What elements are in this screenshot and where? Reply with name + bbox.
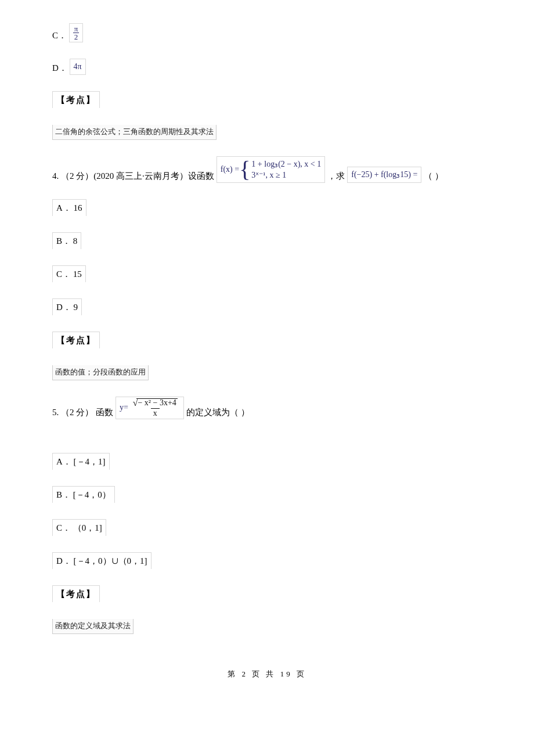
- q3-option-c-fraction: π 2: [73, 25, 80, 41]
- q3-kaodian-tag: 二倍角的余弦公式；三角函数的周期性及其求法: [52, 125, 217, 140]
- q5-kaodian-label: 【考点】: [52, 585, 100, 602]
- q5-prefix: 5. （2 分） 函数: [52, 405, 113, 419]
- page-footer: 第 2 页 共 19 页: [52, 669, 482, 679]
- q5-kaodian-tag-row: 函数的定义域及其求法: [52, 618, 482, 634]
- q5-option-d: D． [－4，0）∪（0，1]: [52, 552, 151, 569]
- q3-c-frac-num: π: [73, 25, 80, 33]
- q4-tail: （ ）: [424, 169, 443, 183]
- q3-option-d-box: 4π: [70, 59, 86, 75]
- q4-expr-box: f(−25) + f(log₃15) =: [347, 167, 421, 183]
- q5-kaodian-tag: 函数的定义域及其求法: [52, 619, 134, 634]
- q5-option-b-row: B． [－4，0）: [52, 486, 482, 503]
- spacer: [52, 435, 482, 453]
- q4-case1: 1 + log₃(2 − x), x < 1: [251, 159, 321, 170]
- q4-mid: ，求: [327, 169, 345, 183]
- left-brace-icon: {: [239, 158, 250, 181]
- q5-sqrt: √ − x² − 3x+4: [133, 398, 178, 408]
- q4-piecewise: f(x) = { 1 + log₃(2 − x), x < 1 3ˣ⁻¹, x …: [221, 158, 322, 181]
- q4-option-a: A． 16: [52, 199, 86, 216]
- page-content: C． π 2 D． 4π 【考点】 二倍角的余弦公式；三角函数的周期性及其求法 …: [0, 0, 534, 697]
- q3-kaodian-tag-row: 二倍角的余弦公式；三角函数的周期性及其求法: [52, 124, 482, 140]
- q5-option-b: B． [－4，0）: [52, 486, 115, 503]
- q4-option-d: D． 9: [52, 298, 82, 315]
- q5-radicand: − x² − 3x+4: [136, 398, 177, 407]
- q4-option-b-row: B． 8: [52, 232, 482, 249]
- q3-option-c-label: C．: [52, 31, 67, 40]
- q4-kaodian-label: 【考点】: [52, 332, 100, 348]
- q4-fx-box: f(x) = { 1 + log₃(2 − x), x < 1 3ˣ⁻¹, x …: [217, 156, 326, 183]
- q4-cases: 1 + log₃(2 − x), x < 1 3ˣ⁻¹, x ≥ 1: [251, 159, 321, 181]
- q3-kaodian-row: 【考点】: [52, 91, 482, 108]
- q5-suffix: 的定义域为（ ）: [186, 405, 250, 419]
- q5-fraction: √ − x² − 3x+4 x: [131, 398, 180, 417]
- q4-option-a-row: A． 16: [52, 199, 482, 216]
- q3-kaodian-label: 【考点】: [52, 91, 100, 108]
- q4-kaodian-tag: 函数的值；分段函数的应用: [52, 365, 149, 380]
- q4-option-b: B． 8: [52, 232, 81, 249]
- q5-frac-den: x: [151, 408, 160, 417]
- q5-kaodian-row: 【考点】: [52, 585, 482, 602]
- q5-frac-num: √ − x² − 3x+4: [131, 398, 180, 408]
- q3-option-d-label: D．: [52, 63, 67, 73]
- q4-kaodian-tag-row: 函数的值；分段函数的应用: [52, 365, 482, 380]
- q4-stem-row: 4. （2 分）(2020 高三上·云南月考）设函数 f(x) = { 1 + …: [52, 156, 482, 183]
- q5-func-box: y= √ − x² − 3x+4 x: [116, 397, 184, 419]
- q4-fx-lhs: f(x) =: [221, 163, 239, 176]
- q5-option-d-row: D． [－4，0）∪（0，1]: [52, 552, 482, 569]
- q5-option-a-row: A． [－4，1]: [52, 453, 482, 470]
- q3-c-frac-den: 2: [73, 33, 80, 41]
- q4-option-c: C． 15: [52, 265, 86, 282]
- q4-kaodian-row: 【考点】: [52, 332, 482, 348]
- q3-option-d-row: D． 4π: [52, 59, 482, 75]
- q4-option-d-row: D． 9: [52, 298, 482, 315]
- q5-y-eq: y=: [120, 403, 128, 412]
- q3-option-c-row: C． π 2: [52, 23, 482, 42]
- q3-option-c-box: π 2: [69, 23, 84, 42]
- q5-option-c: C． （0，1]: [52, 519, 106, 536]
- q4-prefix: 4. （2 分）(2020 高三上·云南月考）设函数: [52, 169, 214, 183]
- q5-stem-row: 5. （2 分） 函数 y= √ − x² − 3x+4 x 的定义域为（ ）: [52, 397, 482, 419]
- q5-option-c-row: C． （0，1]: [52, 519, 482, 536]
- q4-case2: 3ˣ⁻¹, x ≥ 1: [251, 170, 321, 181]
- q5-option-a: A． [－4，1]: [52, 453, 110, 470]
- q4-option-c-row: C． 15: [52, 265, 482, 282]
